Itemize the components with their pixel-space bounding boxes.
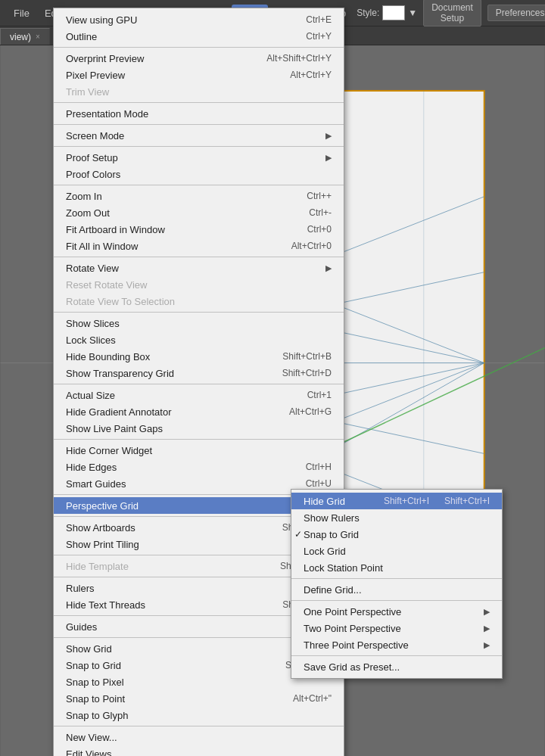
menu-item-label: Actual Size: [66, 390, 292, 401]
menu-item-shortcut: Alt+Shift+Ctrl+Y: [251, 53, 332, 64]
submenu-item-label: Show Rulers: [304, 512, 490, 524]
menu-item-label: Hide Bounding Box: [66, 351, 267, 362]
menu-item-label: Proof Setup: [66, 152, 319, 163]
submenu-item-label: Snap to Grid: [304, 529, 490, 540]
menu-item-label: Zoom In: [66, 191, 291, 202]
style-chevron: ▼: [408, 8, 417, 18]
menu-item-show-live-paint-gaps[interactable]: Show Live Paint Gaps: [54, 420, 344, 437]
menu-item-outline[interactable]: OutlineCtrl+Y: [54, 28, 344, 45]
submenu-item-two-point-perspective[interactable]: Two Point Perspective▶: [291, 620, 502, 636]
sub-submenu-arrow-icon: ▶: [484, 624, 490, 633]
submenu-item-save-grid-as-preset[interactable]: Save Grid as Preset...: [291, 658, 502, 675]
preferences-button[interactable]: Preferences: [487, 5, 545, 21]
menu-item-view-using-gpu[interactable]: View using GPUCtrl+E: [54, 11, 344, 28]
menu-item-label: Show Artboards: [66, 522, 267, 534]
submenu-item-label: One Point Perspective: [304, 606, 478, 618]
menu-divider-10: [54, 146, 344, 147]
menu-item-screen-mode[interactable]: Screen Mode▶: [54, 127, 344, 144]
menu-item-shortcut: Ctrl+H: [291, 462, 332, 472]
menu-item-fit-all-in-window[interactable]: Fit All in WindowAlt+Ctrl+0: [54, 238, 344, 254]
submenu-item-define-grid[interactable]: Define Grid...: [291, 581, 502, 598]
menu-item-label: Fit Artboard in Window: [66, 224, 292, 235]
menu-item-hide-edges[interactable]: Hide EdgesCtrl+H: [54, 459, 344, 475]
menu-item-edit-views[interactable]: Edit Views...: [54, 745, 344, 756]
submenu-arrow-icon: ▶: [325, 153, 332, 163]
submenu-item-three-point-perspective[interactable]: Three Point Perspective▶: [291, 636, 502, 653]
menu-divider-22: [54, 312, 344, 313]
tab-view[interactable]: view) ×: [0, 28, 50, 45]
menu-item-hide-corner-widget[interactable]: Hide Corner Widget: [54, 442, 344, 459]
menu-item-shortcut: Ctrl++: [291, 191, 332, 201]
submenu-item-hide-grid[interactable]: Hide GridShift+Ctrl+IShift+Ctrl+I: [291, 493, 502, 509]
menu-item-label: Hide Text Threads: [66, 599, 267, 611]
menu-item-shortcut: Ctrl+U: [291, 478, 332, 489]
menu-item-shortcut: Alt+Ctrl+G: [274, 406, 332, 417]
menu-item-label: Guides: [66, 621, 319, 633]
menu-item-hide-bounding-box[interactable]: Hide Bounding BoxShift+Ctrl+B: [54, 348, 344, 365]
menu-item-shortcut: Ctrl+Y: [291, 31, 332, 42]
menu-divider-8: [54, 124, 344, 125]
menu-divider-18: [54, 257, 344, 257]
submenu-item-snap-to-grid[interactable]: ✓Snap to Grid: [291, 526, 502, 543]
menu-item-shortcut: Alt+Ctrl+": [278, 693, 332, 704]
menu-item-show-slices[interactable]: Show Slices: [54, 315, 344, 331]
menu-item-shortcut: Ctrl+-: [294, 207, 332, 218]
menu-item-new-view[interactable]: New View...: [54, 729, 344, 745]
menu-item-snap-to-point[interactable]: Snap to PointAlt+Ctrl+": [54, 690, 344, 707]
submenu-item-label: Lock Station Point: [304, 562, 490, 574]
submenu-divider-11: [291, 655, 502, 656]
menu-item-rotate-view[interactable]: Rotate View▶: [54, 260, 344, 276]
hide-grid-shortcut: Shift+Ctrl+I: [429, 496, 490, 506]
menu-file[interactable]: File: [6, 5, 37, 22]
menu-item-proof-colors[interactable]: Proof Colors: [54, 166, 344, 182]
sub-submenu-arrow-icon: ▶: [484, 640, 490, 650]
menu-divider-27: [54, 384, 344, 384]
menu-item-show-transparency-grid[interactable]: Show Transparency GridShift+Ctrl+D: [54, 365, 344, 381]
submenu-item-lock-station-point[interactable]: Lock Station Point: [291, 559, 502, 576]
menu-item-label: Snap to Glyph: [66, 710, 332, 721]
menu-item-overprint-preview[interactable]: Overprint PreviewAlt+Shift+Ctrl+Y: [54, 50, 344, 67]
menu-item-label: Perspective Grid: [66, 500, 319, 512]
menu-item-label: Show Grid: [66, 643, 294, 655]
menu-item-label: Outline: [66, 31, 291, 42]
menu-item-shortcut: Shift+Ctrl+B: [267, 351, 332, 362]
menu-item-zoom-out[interactable]: Zoom OutCtrl+-: [54, 204, 344, 221]
menu-item-label: Screen Mode: [66, 130, 319, 142]
menu-item-shortcut: Ctrl+0: [292, 224, 332, 235]
style-label: Style:: [357, 8, 379, 18]
menu-item-label: New View...: [66, 732, 332, 743]
menu-item-fit-artboard-in-window[interactable]: Fit Artboard in WindowCtrl+0: [54, 221, 344, 238]
menu-item-label: Smart Guides: [66, 478, 291, 490]
menu-divider-13: [54, 185, 344, 185]
submenu-item-lock-grid[interactable]: Lock Grid: [291, 543, 502, 559]
menu-item-proof-setup[interactable]: Proof Setup▶: [54, 149, 344, 166]
submenu-divider-5: [291, 578, 502, 579]
menu-item-shortcut: Ctrl+E: [291, 14, 332, 25]
submenu-item-one-point-perspective[interactable]: One Point Perspective▶: [291, 603, 502, 620]
menu-item-hide-gradient-annotator[interactable]: Hide Gradient AnnotatorAlt+Ctrl+G: [54, 403, 344, 420]
menu-divider-2: [54, 47, 344, 48]
menu-item-shortcut: Shift+Ctrl+D: [267, 368, 332, 378]
menu-divider-6: [54, 102, 344, 103]
menu-item-presentation-mode[interactable]: Presentation Mode: [54, 105, 344, 122]
style-box: Style: ▼: [357, 5, 417, 20]
submenu-divider-7: [291, 600, 502, 601]
menu-item-zoom-in[interactable]: Zoom InCtrl++: [54, 188, 344, 204]
menu-item-label: Pixel Preview: [66, 70, 275, 81]
menu-item-lock-slices[interactable]: Lock Slices: [54, 331, 344, 348]
menu-item-label: Rotate View To Selection: [66, 296, 332, 307]
tab-close-icon[interactable]: ×: [36, 33, 40, 41]
perspective-submenu: Hide GridShift+Ctrl+IShift+Ctrl+IShow Ru…: [291, 489, 503, 679]
menu-item-reset-rotate-view: Reset Rotate View: [54, 276, 344, 293]
menu-item-pixel-preview[interactable]: Pixel PreviewAlt+Ctrl+Y: [54, 67, 344, 83]
menu-item-label: Zoom Out: [66, 207, 294, 219]
menu-item-label: Reset Rotate View: [66, 279, 332, 291]
submenu-item-show-rulers[interactable]: Show Rulers: [291, 509, 502, 526]
menu-item-actual-size[interactable]: Actual SizeCtrl+1: [54, 387, 344, 403]
doc-setup-button[interactable]: Document Setup: [423, 0, 481, 26]
menu-item-label: Overprint Preview: [66, 53, 251, 64]
menu-item-label: Show Transparency Grid: [66, 368, 267, 379]
menu-item-snap-to-glyph[interactable]: Snap to Glyph: [54, 707, 344, 723]
menu-item-label: Trim View: [66, 86, 332, 98]
menu-item-label: Snap to Point: [66, 693, 278, 705]
